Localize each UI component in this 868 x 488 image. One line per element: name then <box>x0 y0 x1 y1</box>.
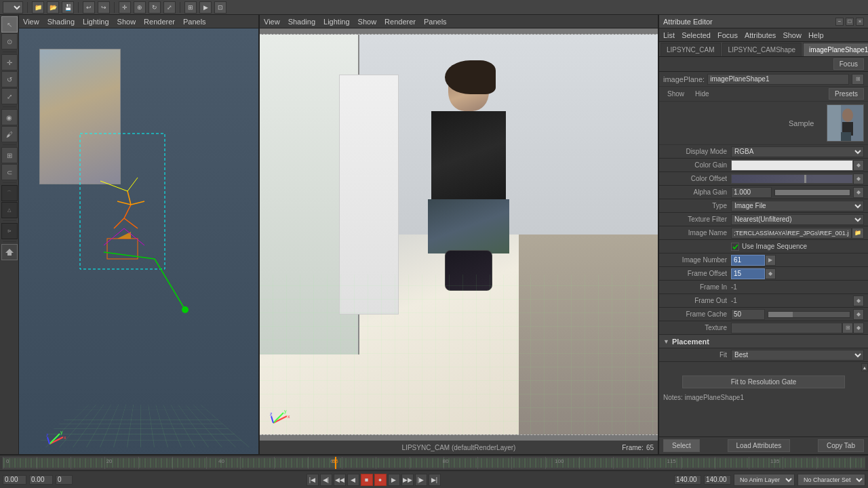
attr-scroll-area[interactable]: Display Mode RGBA RGB Alpha Color Gain ◆… <box>659 145 868 436</box>
stop-btn[interactable]: ■ <box>361 474 373 486</box>
texture-icon2[interactable]: ◆ <box>853 323 864 333</box>
focus-menu[interactable]: Focus <box>717 31 738 39</box>
go-start-btn[interactable]: |◀ <box>307 474 319 486</box>
play-back-btn[interactable]: ◀ <box>347 474 359 486</box>
shading-menu-3d[interactable]: Shading <box>47 18 75 26</box>
focus-button[interactable]: Focus <box>833 58 864 70</box>
poly-tool[interactable]: △ <box>1 202 18 218</box>
attr-maximize-btn[interactable]: □ <box>846 18 854 26</box>
cam-shading-menu[interactable]: Shading <box>288 18 315 26</box>
transform-icon[interactable]: ⊕ <box>134 1 146 14</box>
frame-cache-icon[interactable]: ◆ <box>853 309 864 320</box>
frame-offset-input[interactable] <box>731 268 765 279</box>
char-set-dropdown[interactable]: No Character Set <box>797 474 865 486</box>
move-tool[interactable]: ✛ <box>1 54 18 70</box>
go-end-btn[interactable]: ▶| <box>429 474 441 486</box>
color-offset-icon[interactable]: ◆ <box>853 174 864 184</box>
image-browse-btn[interactable]: 📁 <box>852 228 864 239</box>
cam-renderer-menu[interactable]: Renderer <box>384 18 416 26</box>
show-btn[interactable]: Show <box>667 90 684 98</box>
soft-mod-tool[interactable]: ◉ <box>1 109 18 125</box>
show-menu-3d[interactable]: Show <box>117 18 136 26</box>
anim-tool[interactable]: ⊳ <box>1 223 18 239</box>
list-menu[interactable]: List <box>663 31 675 39</box>
attr-minimize-btn[interactable]: − <box>835 18 844 26</box>
attributes-menu[interactable]: Attributes <box>745 31 776 39</box>
play-fwd-btn[interactable]: ▶ <box>388 474 400 486</box>
end-time-input[interactable] <box>674 475 701 485</box>
attr-close-btn[interactable]: × <box>856 18 864 26</box>
rotate-icon[interactable]: ↻ <box>149 1 161 14</box>
type-dropdown[interactable]: Image File Texture <box>731 201 864 211</box>
end-time-input2[interactable] <box>704 475 731 485</box>
rotate-tool[interactable]: ↺ <box>1 71 18 87</box>
current-time-input[interactable] <box>29 475 53 485</box>
sculpt-tool[interactable]: 🖌 <box>1 126 18 142</box>
tab-imageplaneshape1[interactable]: imagePlaneShape1 <box>803 43 868 56</box>
viewport-3d-content[interactable]: x y z persp (defaultRenderLayer) 61 <box>19 28 258 454</box>
frame-offset-icon[interactable]: ◆ <box>765 268 776 279</box>
open-icon[interactable]: 📂 <box>47 1 59 14</box>
help-menu[interactable]: Help <box>808 31 824 39</box>
panels-menu-3d[interactable]: Panels <box>183 18 206 26</box>
view-menu-3d[interactable]: View <box>23 18 39 26</box>
prev-key-btn[interactable]: ◀◀ <box>334 474 346 486</box>
record-btn[interactable]: ● <box>374 474 387 486</box>
texture-filter-dropdown[interactable]: Nearest(Unfiltered) Linear Mipmap <box>731 214 864 225</box>
color-offset-swatch[interactable] <box>731 174 853 184</box>
paint-select-tool[interactable]: ⊙ <box>1 33 18 49</box>
copy-tab-button[interactable]: Copy Tab <box>818 439 864 452</box>
fit-dropdown[interactable]: Best Fill Horizontal Vertical <box>731 350 864 361</box>
scale-icon[interactable]: ⤢ <box>163 1 176 14</box>
use-image-seq-checkbox[interactable] <box>731 243 739 251</box>
redo-icon[interactable]: ↪ <box>98 1 110 14</box>
scroll-up-btn[interactable]: ▲ <box>861 363 868 371</box>
save-icon[interactable]: 💾 <box>62 1 74 14</box>
snap-icon[interactable]: ⊞ <box>184 1 197 14</box>
frame-input[interactable] <box>56 475 73 485</box>
tab-lipsync-cam[interactable]: LIPSYNC_CAM <box>660 43 721 56</box>
imageplane-icon-btn[interactable]: ⊞ <box>852 74 864 85</box>
alpha-gain-slider[interactable] <box>774 189 850 196</box>
cam-panels-menu[interactable]: Panels <box>424 18 447 26</box>
undo-icon[interactable]: ↩ <box>83 1 95 14</box>
selected-menu[interactable]: Selected <box>682 31 711 39</box>
anim-layer-dropdown[interactable]: No Anim Layer <box>734 474 795 486</box>
tab-lipsync-camshape[interactable]: LIPSYNC_CAMShape <box>722 43 802 56</box>
image-name-input[interactable] <box>731 228 852 239</box>
curve-tool[interactable]: ⌒ <box>1 185 18 201</box>
cam-show-menu[interactable]: Show <box>358 18 377 26</box>
select-tool-icon[interactable]: ✛ <box>119 1 131 14</box>
lighting-menu-3d[interactable]: Lighting <box>83 18 109 26</box>
color-gain-icon[interactable]: ◆ <box>853 160 864 171</box>
renderer-menu-3d[interactable]: Renderer <box>144 18 175 26</box>
next-key-btn[interactable]: ▶▶ <box>401 474 414 486</box>
render-icon[interactable]: ▶ <box>199 1 212 14</box>
presets-button[interactable]: Presets <box>829 88 864 100</box>
timeline-playhead[interactable] <box>335 457 336 469</box>
load-attributes-button[interactable]: Load Attributes <box>728 439 791 452</box>
viewport-cam[interactable]: View Shading Lighting Show Renderer Pane… <box>260 15 658 454</box>
scale-tool[interactable]: ⤢ <box>1 88 18 104</box>
color-gain-swatch[interactable] <box>731 160 853 171</box>
show-menu[interactable]: Show <box>783 31 802 39</box>
fit-to-resolution-btn[interactable]: Fit to Resolution Gate <box>682 375 845 388</box>
imageplane-input[interactable] <box>707 74 849 85</box>
lasso-tool[interactable]: ⊂ <box>1 164 18 180</box>
show-manip-tool[interactable]: ⊞ <box>1 147 18 163</box>
image-number-input[interactable] <box>731 255 765 266</box>
frame-out-icon[interactable]: ◆ <box>853 296 864 306</box>
frame-cache-slider[interactable] <box>768 311 850 318</box>
file-icon[interactable]: 📁 <box>32 1 44 14</box>
time-ruler[interactable]: 0 20 40 65 80 100 115 135 65 <box>3 457 865 469</box>
viewport-3d[interactable]: View Shading Lighting Show Renderer Pane… <box>19 15 260 454</box>
cam-lighting-menu[interactable]: Lighting <box>323 18 350 26</box>
alpha-gain-icon[interactable]: ◆ <box>853 187 864 198</box>
hide-btn[interactable]: Hide <box>695 90 709 98</box>
select-button[interactable]: Select <box>663 439 700 452</box>
playblast-icon[interactable]: ⊡ <box>214 1 226 14</box>
image-number-icon[interactable]: ▶ <box>765 255 776 266</box>
texture-input[interactable] <box>731 323 842 333</box>
start-time-input[interactable] <box>3 475 26 485</box>
frame-cache-input[interactable] <box>731 309 765 320</box>
